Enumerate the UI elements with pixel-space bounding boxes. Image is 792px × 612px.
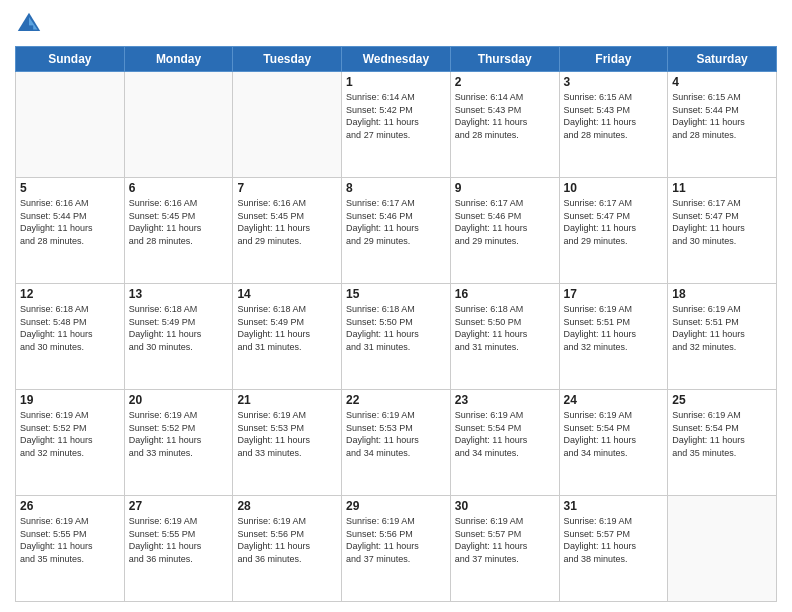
calendar-cell: 24Sunrise: 6:19 AM Sunset: 5:54 PM Dayli… <box>559 390 668 496</box>
day-info: Sunrise: 6:19 AM Sunset: 5:57 PM Dayligh… <box>455 515 555 565</box>
day-info: Sunrise: 6:19 AM Sunset: 5:53 PM Dayligh… <box>237 409 337 459</box>
day-info: Sunrise: 6:17 AM Sunset: 5:47 PM Dayligh… <box>564 197 664 247</box>
calendar-cell: 6Sunrise: 6:16 AM Sunset: 5:45 PM Daylig… <box>124 178 233 284</box>
day-number: 25 <box>672 393 772 407</box>
calendar-cell: 14Sunrise: 6:18 AM Sunset: 5:49 PM Dayli… <box>233 284 342 390</box>
day-info: Sunrise: 6:19 AM Sunset: 5:51 PM Dayligh… <box>672 303 772 353</box>
day-number: 16 <box>455 287 555 301</box>
calendar-cell: 8Sunrise: 6:17 AM Sunset: 5:46 PM Daylig… <box>342 178 451 284</box>
calendar-cell <box>668 496 777 602</box>
day-number: 23 <box>455 393 555 407</box>
calendar-cell: 15Sunrise: 6:18 AM Sunset: 5:50 PM Dayli… <box>342 284 451 390</box>
day-number: 26 <box>20 499 120 513</box>
day-number: 18 <box>672 287 772 301</box>
day-number: 15 <box>346 287 446 301</box>
calendar-cell: 7Sunrise: 6:16 AM Sunset: 5:45 PM Daylig… <box>233 178 342 284</box>
calendar-cell <box>124 72 233 178</box>
day-info: Sunrise: 6:14 AM Sunset: 5:43 PM Dayligh… <box>455 91 555 141</box>
logo-icon <box>15 10 43 38</box>
day-info: Sunrise: 6:18 AM Sunset: 5:50 PM Dayligh… <box>346 303 446 353</box>
day-info: Sunrise: 6:16 AM Sunset: 5:45 PM Dayligh… <box>129 197 229 247</box>
day-info: Sunrise: 6:19 AM Sunset: 5:52 PM Dayligh… <box>129 409 229 459</box>
page: SundayMondayTuesdayWednesdayThursdayFrid… <box>0 0 792 612</box>
calendar-cell: 19Sunrise: 6:19 AM Sunset: 5:52 PM Dayli… <box>16 390 125 496</box>
day-info: Sunrise: 6:18 AM Sunset: 5:49 PM Dayligh… <box>237 303 337 353</box>
day-info: Sunrise: 6:17 AM Sunset: 5:46 PM Dayligh… <box>346 197 446 247</box>
calendar-cell: 9Sunrise: 6:17 AM Sunset: 5:46 PM Daylig… <box>450 178 559 284</box>
calendar-cell: 30Sunrise: 6:19 AM Sunset: 5:57 PM Dayli… <box>450 496 559 602</box>
day-number: 24 <box>564 393 664 407</box>
calendar-cell: 31Sunrise: 6:19 AM Sunset: 5:57 PM Dayli… <box>559 496 668 602</box>
day-info: Sunrise: 6:19 AM Sunset: 5:51 PM Dayligh… <box>564 303 664 353</box>
day-info: Sunrise: 6:18 AM Sunset: 5:48 PM Dayligh… <box>20 303 120 353</box>
day-info: Sunrise: 6:19 AM Sunset: 5:57 PM Dayligh… <box>564 515 664 565</box>
calendar-cell: 16Sunrise: 6:18 AM Sunset: 5:50 PM Dayli… <box>450 284 559 390</box>
calendar-cell: 21Sunrise: 6:19 AM Sunset: 5:53 PM Dayli… <box>233 390 342 496</box>
day-info: Sunrise: 6:15 AM Sunset: 5:44 PM Dayligh… <box>672 91 772 141</box>
day-number: 5 <box>20 181 120 195</box>
day-info: Sunrise: 6:19 AM Sunset: 5:55 PM Dayligh… <box>20 515 120 565</box>
calendar-week-2: 5Sunrise: 6:16 AM Sunset: 5:44 PM Daylig… <box>16 178 777 284</box>
calendar-cell: 20Sunrise: 6:19 AM Sunset: 5:52 PM Dayli… <box>124 390 233 496</box>
day-number: 2 <box>455 75 555 89</box>
calendar-cell: 2Sunrise: 6:14 AM Sunset: 5:43 PM Daylig… <box>450 72 559 178</box>
day-info: Sunrise: 6:14 AM Sunset: 5:42 PM Dayligh… <box>346 91 446 141</box>
day-info: Sunrise: 6:19 AM Sunset: 5:54 PM Dayligh… <box>672 409 772 459</box>
day-number: 22 <box>346 393 446 407</box>
header <box>15 10 777 38</box>
day-number: 11 <box>672 181 772 195</box>
calendar-week-3: 12Sunrise: 6:18 AM Sunset: 5:48 PM Dayli… <box>16 284 777 390</box>
day-number: 29 <box>346 499 446 513</box>
day-info: Sunrise: 6:19 AM Sunset: 5:54 PM Dayligh… <box>455 409 555 459</box>
day-info: Sunrise: 6:16 AM Sunset: 5:44 PM Dayligh… <box>20 197 120 247</box>
day-info: Sunrise: 6:17 AM Sunset: 5:47 PM Dayligh… <box>672 197 772 247</box>
calendar-cell: 5Sunrise: 6:16 AM Sunset: 5:44 PM Daylig… <box>16 178 125 284</box>
calendar-table: SundayMondayTuesdayWednesdayThursdayFrid… <box>15 46 777 602</box>
calendar-cell: 4Sunrise: 6:15 AM Sunset: 5:44 PM Daylig… <box>668 72 777 178</box>
day-number: 28 <box>237 499 337 513</box>
calendar-cell: 29Sunrise: 6:19 AM Sunset: 5:56 PM Dayli… <box>342 496 451 602</box>
day-info: Sunrise: 6:19 AM Sunset: 5:53 PM Dayligh… <box>346 409 446 459</box>
day-info: Sunrise: 6:19 AM Sunset: 5:56 PM Dayligh… <box>346 515 446 565</box>
calendar-cell: 10Sunrise: 6:17 AM Sunset: 5:47 PM Dayli… <box>559 178 668 284</box>
day-number: 14 <box>237 287 337 301</box>
logo <box>15 10 47 38</box>
day-number: 10 <box>564 181 664 195</box>
calendar-cell: 28Sunrise: 6:19 AM Sunset: 5:56 PM Dayli… <box>233 496 342 602</box>
weekday-header-tuesday: Tuesday <box>233 47 342 72</box>
day-number: 3 <box>564 75 664 89</box>
weekday-header-row: SundayMondayTuesdayWednesdayThursdayFrid… <box>16 47 777 72</box>
weekday-header-friday: Friday <box>559 47 668 72</box>
calendar-cell: 17Sunrise: 6:19 AM Sunset: 5:51 PM Dayli… <box>559 284 668 390</box>
day-number: 21 <box>237 393 337 407</box>
day-number: 7 <box>237 181 337 195</box>
weekday-header-wednesday: Wednesday <box>342 47 451 72</box>
calendar-cell: 1Sunrise: 6:14 AM Sunset: 5:42 PM Daylig… <box>342 72 451 178</box>
calendar-cell: 18Sunrise: 6:19 AM Sunset: 5:51 PM Dayli… <box>668 284 777 390</box>
day-number: 20 <box>129 393 229 407</box>
calendar-cell <box>233 72 342 178</box>
day-number: 27 <box>129 499 229 513</box>
calendar-cell: 23Sunrise: 6:19 AM Sunset: 5:54 PM Dayli… <box>450 390 559 496</box>
day-number: 13 <box>129 287 229 301</box>
calendar-week-4: 19Sunrise: 6:19 AM Sunset: 5:52 PM Dayli… <box>16 390 777 496</box>
day-number: 8 <box>346 181 446 195</box>
weekday-header-monday: Monday <box>124 47 233 72</box>
day-info: Sunrise: 6:19 AM Sunset: 5:52 PM Dayligh… <box>20 409 120 459</box>
day-number: 17 <box>564 287 664 301</box>
day-number: 9 <box>455 181 555 195</box>
day-number: 30 <box>455 499 555 513</box>
day-info: Sunrise: 6:17 AM Sunset: 5:46 PM Dayligh… <box>455 197 555 247</box>
calendar-cell: 12Sunrise: 6:18 AM Sunset: 5:48 PM Dayli… <box>16 284 125 390</box>
day-number: 6 <box>129 181 229 195</box>
weekday-header-thursday: Thursday <box>450 47 559 72</box>
day-number: 4 <box>672 75 772 89</box>
calendar-cell: 26Sunrise: 6:19 AM Sunset: 5:55 PM Dayli… <box>16 496 125 602</box>
day-info: Sunrise: 6:15 AM Sunset: 5:43 PM Dayligh… <box>564 91 664 141</box>
day-info: Sunrise: 6:19 AM Sunset: 5:56 PM Dayligh… <box>237 515 337 565</box>
calendar-cell: 25Sunrise: 6:19 AM Sunset: 5:54 PM Dayli… <box>668 390 777 496</box>
day-info: Sunrise: 6:16 AM Sunset: 5:45 PM Dayligh… <box>237 197 337 247</box>
calendar-cell: 13Sunrise: 6:18 AM Sunset: 5:49 PM Dayli… <box>124 284 233 390</box>
day-info: Sunrise: 6:18 AM Sunset: 5:50 PM Dayligh… <box>455 303 555 353</box>
weekday-header-sunday: Sunday <box>16 47 125 72</box>
